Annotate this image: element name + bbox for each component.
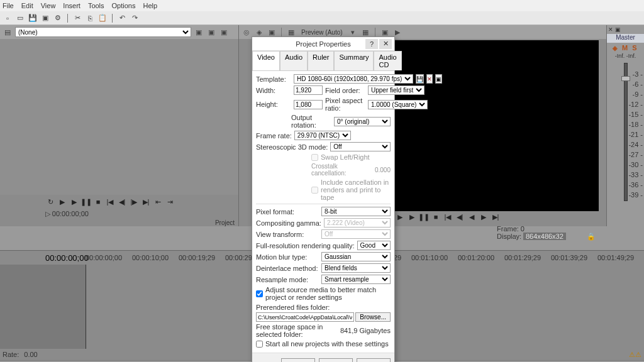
deinterlace-select[interactable]: Blend fields <box>321 263 391 273</box>
menu-insert[interactable]: Insert <box>63 2 80 9</box>
help-icon[interactable]: ? <box>365 39 378 49</box>
render-icon[interactable]: ▣ <box>40 13 50 23</box>
media-panel-body[interactable] <box>0 39 238 195</box>
prerender-folder-input[interactable] <box>256 312 354 322</box>
project-properties-dialog: Project Properties ? ✕ Video Audio Ruler… <box>252 36 395 362</box>
separator <box>375 28 375 36</box>
preview-quality-label[interactable]: Preview (Auto) <box>301 29 343 36</box>
menu-edit[interactable]: Edit <box>21 2 33 9</box>
cancel-button[interactable]: Cancel <box>319 358 353 362</box>
track-header-column[interactable] <box>0 265 86 349</box>
template-label: Template: <box>256 75 291 83</box>
dialog-title: Project Properties <box>296 40 350 48</box>
copy-icon[interactable]: ⎘ <box>85 13 95 23</box>
stop-icon[interactable]: ■ <box>431 212 441 222</box>
view-transform-select: Off <box>321 229 391 239</box>
delete-template-icon[interactable]: ✕ <box>426 74 433 84</box>
media-tool-icon[interactable]: ▣ <box>194 27 204 37</box>
in-icon[interactable]: ⇤ <box>153 197 163 207</box>
out-icon[interactable]: ⇥ <box>165 197 175 207</box>
ok-button[interactable]: OK <box>281 358 315 362</box>
start-all-checkbox[interactable] <box>256 341 263 348</box>
media-panel: ▤ (None) ▣ ▣ ▣ ↻ ▶ ▶ ❚❚ ■ |◀ ◀| |▶ ▶| ⇤ … <box>0 25 239 226</box>
render-quality-label: Full-resolution rendering quality: <box>256 242 355 250</box>
resample-select[interactable]: Smart resample <box>321 275 391 284</box>
prev-frame-icon[interactable]: ◀ <box>467 212 477 222</box>
height-input[interactable] <box>294 100 323 109</box>
close-icon[interactable]: ✕ <box>379 39 392 49</box>
stop-icon[interactable]: ■ <box>93 197 103 207</box>
new-icon[interactable]: ▫ <box>3 13 13 23</box>
stereo3d-select[interactable]: Off <box>330 142 391 151</box>
preview-tool-icon[interactable]: ◎ <box>242 27 252 37</box>
lock-icon[interactable]: 🔒 <box>587 233 596 240</box>
prev-icon[interactable]: ◀| <box>455 212 465 222</box>
rate-value: 0.00 <box>24 351 37 358</box>
properties-icon[interactable]: ⚙ <box>53 13 63 23</box>
save-template-icon[interactable]: 💾 <box>416 74 424 84</box>
dialog-title-bar[interactable]: Project Properties ? ✕ <box>252 37 394 51</box>
menu-help[interactable]: Help <box>143 2 157 9</box>
template-select[interactable]: HD 1080-60i (1920x1080, 29.970 fps) <box>294 74 413 84</box>
open-icon[interactable]: ▭ <box>15 13 25 23</box>
undo-icon[interactable]: ↶ <box>117 13 127 23</box>
motion-blur-select[interactable]: Gaussian <box>321 252 391 261</box>
pixel-aspect-select[interactable]: 1.0000 (Square) <box>368 100 428 109</box>
framerate-select[interactable]: 29.970 (NTSC) <box>294 131 351 140</box>
preview-tool-icon[interactable]: ▶ <box>392 27 402 37</box>
preview-tool-icon[interactable]: ▣ <box>380 27 390 37</box>
paste-icon[interactable]: 📋 <box>97 13 108 23</box>
apply-button[interactable]: Apply <box>357 358 391 362</box>
tab-video[interactable]: Video <box>252 51 280 70</box>
field-order-select[interactable]: Upper field first <box>368 85 425 95</box>
pause-icon[interactable]: ❚❚ <box>419 212 429 222</box>
menu-options[interactable]: Options <box>112 2 136 9</box>
media-menu-icon[interactable]: ▤ <box>3 27 13 37</box>
preview-tool-icon[interactable]: ▦ <box>286 27 296 37</box>
playhead-time[interactable]: 00:00:00;00 <box>0 253 86 263</box>
cut-icon[interactable]: ✂ <box>72 13 82 23</box>
dropdown-icon[interactable]: ▾ <box>348 27 358 37</box>
master-panel: ✕ ▣ Master ◈ M S -Inf. -Inf. -3 --6 --9 … <box>606 25 644 226</box>
play-icon[interactable]: ▶ <box>395 212 405 222</box>
preview-tool-icon[interactable]: ▣ <box>267 27 277 37</box>
play-all-icon[interactable]: ▶ <box>69 197 79 207</box>
end-icon[interactable]: ▶| <box>141 197 151 207</box>
save-icon[interactable]: 💾 <box>28 13 38 23</box>
next-icon[interactable]: |▶ <box>129 197 139 207</box>
next-frame-icon[interactable]: ▶ <box>479 212 489 222</box>
menu-view[interactable]: View <box>41 2 56 9</box>
output-rotation-select[interactable]: 0° (original) <box>334 117 391 126</box>
tab-audio[interactable]: Audio <box>280 51 308 70</box>
menu-tools[interactable]: Tools <box>88 2 104 9</box>
width-input[interactable] <box>294 85 323 95</box>
preview-tool-icon[interactable]: ▦ <box>360 27 370 37</box>
tab-ruler[interactable]: Ruler <box>308 51 334 70</box>
menu-file[interactable]: File <box>3 2 14 9</box>
match-media-icon[interactable]: ▣ <box>435 74 442 84</box>
preview-tool-icon[interactable]: ◈ <box>254 27 264 37</box>
divider <box>256 204 391 204</box>
end-icon[interactable]: ▶| <box>491 212 501 222</box>
play-icon[interactable]: ▶ <box>57 197 67 207</box>
width-label: Width: <box>256 87 291 94</box>
prev-icon[interactable]: ◀| <box>117 197 127 207</box>
start-icon[interactable]: |◀ <box>105 197 115 207</box>
warning-icon[interactable]: ⚠⚠ <box>629 351 641 359</box>
master-mute-solo[interactable]: ◈ M S <box>607 43 644 53</box>
pixel-format-select[interactable]: 8-bit <box>321 207 391 216</box>
pause-icon[interactable]: ❚❚ <box>81 197 91 207</box>
loop-icon[interactable]: ↻ <box>45 197 55 207</box>
browse-button[interactable]: Browse... <box>355 312 391 322</box>
play-icon[interactable]: ▶ <box>407 212 417 222</box>
redo-icon[interactable]: ↷ <box>130 13 140 23</box>
start-icon[interactable]: |◀ <box>443 212 453 222</box>
tab-summary[interactable]: Summary <box>334 51 374 70</box>
tab-audio-cd[interactable]: Audio CD <box>374 51 401 70</box>
media-selector[interactable]: (None) <box>15 27 191 37</box>
media-tool-icon[interactable]: ▣ <box>206 27 216 37</box>
master-fader[interactable] <box>624 63 628 201</box>
adjust-source-checkbox[interactable] <box>256 290 263 297</box>
media-tool-icon[interactable]: ▣ <box>219 27 229 37</box>
render-quality-select[interactable]: Good <box>357 241 391 250</box>
